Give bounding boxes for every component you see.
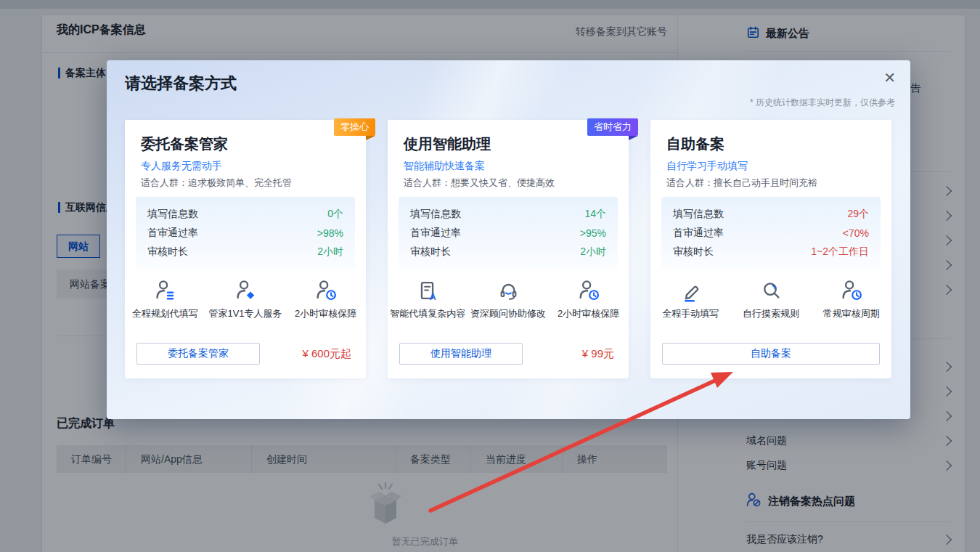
plan-title: 委托备案管家 — [141, 120, 350, 153]
plan-stats: 填写信息数14个 首审通过率>95% 审核时长2小时 — [399, 197, 618, 269]
plan-card-agent: 零操心 委托备案管家 专人服务无需动手 适合人群：追求极致简单、完全托管 填写信… — [125, 120, 366, 378]
plan-cards: 零操心 委托备案管家 专人服务无需动手 适合人群：追求极致简单、完全托管 填写信… — [125, 120, 891, 378]
feature: 自行摸索规则 — [731, 277, 812, 320]
plan-features: 全程规划代填写 管家1V1专人服务 — [125, 277, 366, 320]
headset-icon — [496, 277, 520, 303]
plan-features: A 智能代填复杂内容 — [388, 277, 629, 320]
plan-card-assistant: 省时省力 使用智能助理 智能辅助快速备案 适合人群：想要又快又省、便捷高效 填写… — [388, 120, 629, 378]
plan-subtitle: 智能辅助快速备案 — [404, 158, 613, 173]
magnifier-icon — [759, 277, 783, 303]
plan-audience: 适合人群：追求极致简单、完全托管 — [141, 176, 350, 190]
stat-row: 审核时长2小时 — [147, 243, 343, 261]
badge-fold — [629, 136, 638, 140]
screen: 我的ICP备案信息 转移备案到其它账号 备案主体 互联网信息 网站 网站备案号 … — [0, 0, 980, 552]
stat-row: 首审通过率>95% — [410, 224, 606, 243]
stat-row: 审核时长1~2个工作日 — [673, 243, 869, 261]
plan-subtitle: 自行学习手动填写 — [666, 158, 875, 173]
feature: 2小时审核保障 — [548, 277, 629, 320]
stat-row: 填写信息数29个 — [673, 205, 869, 224]
plan-subtitle: 专人服务无需动手 — [141, 158, 350, 173]
plan-badge: 零操心 — [334, 118, 375, 136]
badge-fold — [366, 136, 375, 140]
feature: A 智能代填复杂内容 — [388, 277, 468, 320]
stat-row: 首审通过率<70% — [673, 224, 869, 243]
doc-a-icon: A — [415, 277, 440, 303]
stats-disclaimer: * 历史统计数据非实时更新，仅供参考 — [750, 97, 895, 109]
plan-audience: 适合人群：擅长自己动手且时间充裕 — [666, 176, 875, 190]
person-diamond-icon — [233, 277, 258, 303]
person-clock-icon — [839, 277, 864, 303]
plan-actions: 使用智能助理 ¥ 99元 — [399, 343, 617, 365]
stat-row: 审核时长2小时 — [410, 243, 606, 261]
plan-features: 全程手动填写 自行摸索规则 — [650, 277, 891, 320]
plan-title: 自助备案 — [666, 120, 875, 153]
feature: 管家1V1专人服务 — [205, 277, 286, 320]
plan-stats: 填写信息数29个 首审通过率<70% 审核时长1~2个工作日 — [661, 197, 881, 269]
person-clock-icon — [576, 277, 601, 303]
stat-row: 填写信息数0个 — [147, 205, 343, 224]
plan-badge-label: 省时省力 — [594, 121, 632, 132]
feature: 全程手动填写 — [650, 277, 731, 320]
pencil-icon — [678, 277, 703, 303]
modal-title: 请选择备案方式 — [125, 73, 237, 94]
plan-price: ¥ 600元起 — [302, 347, 354, 361]
assistant-plan-button[interactable]: 使用智能助理 — [399, 343, 523, 365]
feature: 常规审核周期 — [811, 277, 891, 320]
plan-audience: 适合人群：想要又快又省、便捷高效 — [404, 176, 613, 190]
filing-method-modal: 请选择备案方式 ✕ * 历史统计数据非实时更新，仅供参考 零操心 委托备案管家 … — [107, 60, 910, 419]
stat-row: 填写信息数14个 — [410, 205, 606, 224]
plan-badge: 省时省力 — [587, 118, 638, 136]
feature: 2小时审核保障 — [285, 277, 366, 320]
plan-card-self-service: 自助备案 自行学习手动填写 适合人群：擅长自己动手且时间充裕 填写信息数29个 … — [650, 120, 891, 378]
stat-row: 首审通过率>98% — [147, 224, 343, 243]
feature: 资深顾问协助修改 — [468, 277, 549, 320]
plan-price: ¥ 99元 — [582, 347, 617, 361]
plan-badge-label: 零操心 — [340, 121, 369, 132]
person-clock-icon — [314, 277, 338, 303]
plan-stats: 填写信息数0个 首审通过率>98% 审核时长2小时 — [136, 197, 355, 269]
person-list-icon — [152, 277, 177, 303]
self-service-plan-button[interactable]: 自助备案 — [662, 343, 880, 365]
plan-actions: 自助备案 — [662, 343, 880, 365]
feature: 全程规划代填写 — [125, 277, 205, 320]
close-icon[interactable]: ✕ — [883, 70, 896, 85]
agent-plan-button[interactable]: 委托备案管家 — [136, 343, 260, 365]
plan-title: 使用智能助理 — [404, 120, 613, 153]
svg-text:A: A — [430, 292, 436, 302]
plan-actions: 委托备案管家 ¥ 600元起 — [136, 343, 354, 365]
